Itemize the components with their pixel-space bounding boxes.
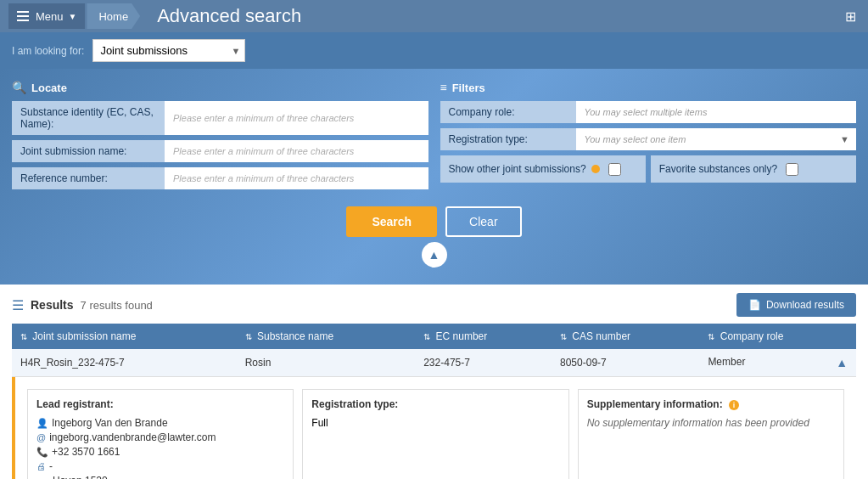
hamburger-icon xyxy=(17,11,29,21)
ref-num-input[interactable] xyxy=(165,167,428,189)
col-ec-number[interactable]: ⇅ EC number xyxy=(415,324,552,349)
search-button[interactable]: Search xyxy=(346,206,437,237)
address-1: Haven 1520 xyxy=(53,475,108,479)
locate-header: 🔍 Locate xyxy=(12,81,428,94)
col-label-joint: Joint submission name xyxy=(32,330,136,342)
contact-email-line: @ ingeborg.vandenbrande@lawter.com xyxy=(36,431,284,443)
home-label: Home xyxy=(98,10,128,23)
cell-substance: Rosin xyxy=(237,349,416,377)
filters-panel: ≡ Filters Company role: You may select m… xyxy=(440,81,857,194)
sort-icon-ec: ⇅ xyxy=(423,332,430,341)
col-cas-number[interactable]: ⇅ CAS number xyxy=(552,324,699,349)
results-title: Results xyxy=(31,298,74,312)
supp-title: Supplementary information: i xyxy=(587,398,835,410)
filters-icon: ≡ xyxy=(440,81,447,94)
lead-registrant-title: Lead registrant: xyxy=(36,398,284,410)
favorite-label: Favorite substances only? xyxy=(659,163,777,175)
blue-section: 🔍 Locate Substance identity (EC, CAS, Na… xyxy=(0,69,868,285)
expanded-content: Lead registrant: 👤 Ingeborg Van den Bran… xyxy=(12,377,856,479)
results-section: ☰ Results 7 results found 📄 Download res… xyxy=(0,285,868,479)
panels-row: 🔍 Locate Substance identity (EC, CAS, Na… xyxy=(12,81,856,194)
supp-info-dot: i xyxy=(729,400,739,410)
contact-name: Ingeborg Van den Brande xyxy=(52,417,168,429)
collapse-button-area: ▲ xyxy=(12,242,856,268)
sort-icon-substance: ⇅ xyxy=(245,332,252,341)
sort-icon-joint: ⇅ xyxy=(20,332,27,341)
registration-type-panel: Registration type: Full xyxy=(302,389,568,479)
sort-icon-cas: ⇅ xyxy=(560,332,567,341)
registration-type-select[interactable]: You may select one item Full Intermediat… xyxy=(576,129,857,149)
favorite-checkbox[interactable] xyxy=(786,163,798,176)
table-header: ⇅ Joint submission name ⇅ Substance name… xyxy=(12,324,856,349)
cell-role: Member ▲ xyxy=(699,349,856,377)
info-dot xyxy=(591,165,600,173)
joint-sub-input[interactable] xyxy=(165,140,428,162)
layout-icon[interactable]: ⊞ xyxy=(845,8,856,25)
role-value: Member xyxy=(708,356,745,368)
menu-label: Menu xyxy=(36,10,64,23)
supp-title-text: Supplementary information: xyxy=(587,398,723,410)
email-icon: @ xyxy=(36,432,46,442)
search-bar: I am looking for: Joint submissions Subs… xyxy=(0,32,868,69)
col-joint-submission-name[interactable]: ⇅ Joint submission name xyxy=(12,324,237,349)
phone-icon: 📞 xyxy=(36,447,48,458)
ref-num-field-row: Reference number: xyxy=(12,167,428,189)
cell-cas: 8050-09-7 xyxy=(552,349,699,377)
lead-registrant-panel: Lead registrant: 👤 Ingeborg Van den Bran… xyxy=(27,389,294,479)
locate-icon: 🔍 xyxy=(12,81,26,94)
menu-button[interactable]: Menu ▼ xyxy=(8,3,85,29)
company-role-label: Company role: xyxy=(440,101,576,123)
looking-for-label: I am looking for: xyxy=(12,45,84,57)
registration-type-row: Registration type: You may select one it… xyxy=(440,128,857,150)
locate-heading: Locate xyxy=(31,82,67,94)
sort-icon-role: ⇅ xyxy=(708,332,714,341)
filters-header: ≡ Filters xyxy=(440,81,857,94)
col-company-role[interactable]: ⇅ Company role xyxy=(699,324,856,349)
cell-ec: 232-475-7 xyxy=(415,349,552,377)
results-count: 7 results found xyxy=(81,299,153,312)
clear-button[interactable]: Clear xyxy=(445,206,521,237)
col-label-role: Company role xyxy=(720,330,784,342)
looking-for-select[interactable]: Joint submissions Substances Dossiers xyxy=(92,39,245,62)
substance-field-row: Substance identity (EC, CAS, Name): xyxy=(12,101,428,135)
checkbox-row: Show other joint submissions? Favorite s… xyxy=(440,155,857,183)
buttons-row: Search Clear xyxy=(12,206,856,237)
joint-sub-label: Joint submission name: xyxy=(12,140,165,162)
substance-label: Substance identity (EC, CAS, Name): xyxy=(12,101,165,135)
contact-email: ingeborg.vandenbrande@lawter.com xyxy=(49,431,216,443)
ref-num-label: Reference number: xyxy=(12,167,165,189)
cell-joint-submission: H4R_Rosin_232-475-7 xyxy=(12,349,237,377)
top-bar: Menu ▼ Home Advanced search ⊞ xyxy=(0,0,868,32)
show-other-checkbox[interactable] xyxy=(608,163,621,176)
contact-phone-line: 📞 +32 3570 1661 xyxy=(36,446,284,458)
reg-type-value: Full xyxy=(311,417,559,429)
download-button[interactable]: 📄 Download results xyxy=(736,293,856,317)
favorite-checkbox-area: Favorite substances only? xyxy=(651,155,856,183)
registration-type-select-wrapper: You may select one item Full Intermediat… xyxy=(576,128,857,150)
menu-arrow-icon: ▼ xyxy=(69,12,77,21)
col-label-cas: CAS number xyxy=(572,330,630,342)
company-role-input[interactable]: You may select multiple items xyxy=(576,101,857,123)
expand-row-icon[interactable]: ▲ xyxy=(836,356,848,369)
person-icon: 👤 xyxy=(36,418,48,429)
table-row[interactable]: H4R_Rosin_232-475-7 Rosin 232-475-7 8050… xyxy=(12,349,856,377)
contact-phone: +32 3570 1661 xyxy=(52,446,120,458)
show-other-checkbox-area: Show other joint submissions? xyxy=(440,155,646,183)
col-substance-name[interactable]: ⇅ Substance name xyxy=(237,324,416,349)
col-label-substance: Substance name xyxy=(257,330,333,342)
company-role-row: Company role: You may select multiple it… xyxy=(440,101,857,123)
supp-text: No supplementary information has been pr… xyxy=(587,417,835,429)
filters-heading: Filters xyxy=(452,82,485,94)
download-icon: 📄 xyxy=(748,299,761,311)
collapse-button[interactable]: ▲ xyxy=(422,242,447,268)
download-label: Download results xyxy=(766,299,844,311)
address-line-1: Haven 1520 xyxy=(36,475,284,479)
results-list-icon: ☰ xyxy=(12,297,24,313)
table-body: H4R_Rosin_232-475-7 Rosin 232-475-7 8050… xyxy=(12,349,856,479)
registration-type-label: Registration type: xyxy=(440,128,576,150)
substance-input[interactable] xyxy=(165,101,428,135)
home-button[interactable]: Home xyxy=(87,3,140,29)
results-title-area: ☰ Results 7 results found xyxy=(12,297,153,313)
joint-sub-field-row: Joint submission name: xyxy=(12,140,428,162)
expanded-detail-row: Lead registrant: 👤 Ingeborg Van den Bran… xyxy=(12,377,856,480)
